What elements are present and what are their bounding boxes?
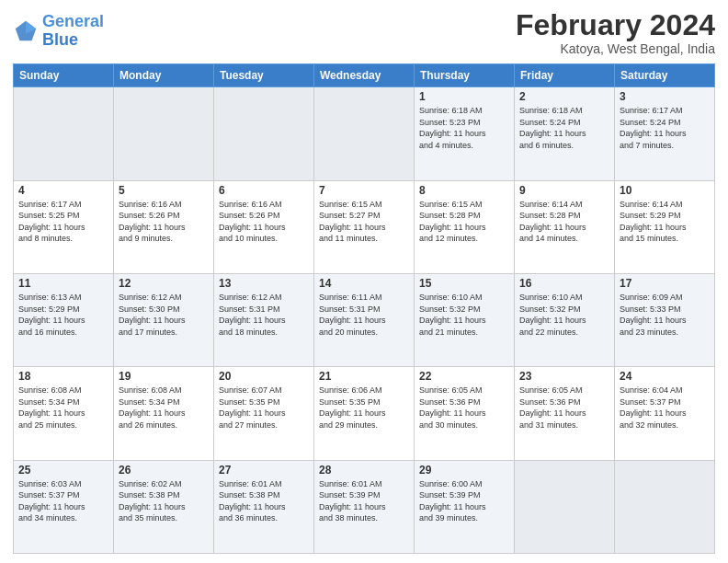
calendar-day-cell: 10Sunrise: 6:14 AM Sunset: 5:29 PM Dayli…: [615, 180, 715, 273]
weekday-header-sunday: Sunday: [14, 64, 114, 87]
day-number: 13: [219, 277, 309, 290]
calendar-day-cell: 3Sunrise: 6:17 AM Sunset: 5:24 PM Daylig…: [615, 87, 715, 180]
day-number: 25: [18, 464, 108, 477]
day-number: 22: [419, 370, 509, 383]
weekday-header-saturday: Saturday: [615, 64, 715, 87]
day-info: Sunrise: 6:05 AM Sunset: 5:36 PM Dayligh…: [419, 385, 509, 431]
calendar-day-cell: 5Sunrise: 6:16 AM Sunset: 5:26 PM Daylig…: [114, 180, 214, 273]
calendar-day-cell: 4Sunrise: 6:17 AM Sunset: 5:25 PM Daylig…: [14, 180, 114, 273]
calendar-day-cell: 2Sunrise: 6:18 AM Sunset: 5:24 PM Daylig…: [515, 87, 615, 180]
title-block: February 2024 Katoya, West Bengal, India: [516, 9, 715, 56]
calendar-day-cell: 13Sunrise: 6:12 AM Sunset: 5:31 PM Dayli…: [214, 273, 314, 366]
day-info: Sunrise: 6:15 AM Sunset: 5:28 PM Dayligh…: [419, 199, 509, 245]
calendar-week-row: 18Sunrise: 6:08 AM Sunset: 5:34 PM Dayli…: [14, 367, 715, 460]
day-info: Sunrise: 6:14 AM Sunset: 5:28 PM Dayligh…: [519, 199, 609, 245]
calendar-day-cell: 20Sunrise: 6:07 AM Sunset: 5:35 PM Dayli…: [214, 367, 314, 460]
day-info: Sunrise: 6:18 AM Sunset: 5:24 PM Dayligh…: [519, 105, 609, 151]
day-number: 1: [419, 90, 509, 103]
day-number: 24: [620, 370, 710, 383]
day-number: 3: [620, 90, 710, 103]
logo: General Blue: [13, 13, 104, 50]
month-year-title: February 2024: [516, 9, 715, 41]
calendar-day-cell: [14, 87, 114, 180]
weekday-header-friday: Friday: [515, 64, 615, 87]
calendar-day-cell: 16Sunrise: 6:10 AM Sunset: 5:32 PM Dayli…: [515, 273, 615, 366]
day-info: Sunrise: 6:18 AM Sunset: 5:23 PM Dayligh…: [419, 105, 509, 151]
day-info: Sunrise: 6:01 AM Sunset: 5:39 PM Dayligh…: [319, 478, 409, 524]
day-info: Sunrise: 6:09 AM Sunset: 5:33 PM Dayligh…: [620, 292, 710, 338]
calendar-day-cell: 23Sunrise: 6:05 AM Sunset: 5:36 PM Dayli…: [515, 367, 615, 460]
day-number: 6: [219, 184, 309, 197]
calendar-table: SundayMondayTuesdayWednesdayThursdayFrid…: [13, 63, 715, 554]
day-number: 26: [119, 464, 209, 477]
day-number: 7: [319, 184, 409, 197]
day-info: Sunrise: 6:15 AM Sunset: 5:27 PM Dayligh…: [319, 199, 409, 245]
calendar-day-cell: [314, 87, 415, 180]
weekday-header-thursday: Thursday: [415, 64, 515, 87]
day-info: Sunrise: 6:14 AM Sunset: 5:29 PM Dayligh…: [620, 199, 710, 245]
day-number: 27: [219, 464, 309, 477]
day-info: Sunrise: 6:05 AM Sunset: 5:36 PM Dayligh…: [519, 385, 609, 431]
day-number: 9: [519, 184, 609, 197]
calendar-week-row: 11Sunrise: 6:13 AM Sunset: 5:29 PM Dayli…: [14, 273, 715, 366]
header: General Blue February 2024 Katoya, West …: [13, 9, 715, 56]
day-number: 16: [519, 277, 609, 290]
day-number: 28: [319, 464, 409, 477]
calendar-day-cell: 28Sunrise: 6:01 AM Sunset: 5:39 PM Dayli…: [314, 460, 415, 553]
day-number: 17: [620, 277, 710, 290]
weekday-header-monday: Monday: [114, 64, 214, 87]
day-number: 8: [419, 184, 509, 197]
calendar-week-row: 1Sunrise: 6:18 AM Sunset: 5:23 PM Daylig…: [14, 87, 715, 180]
day-number: 21: [319, 370, 409, 383]
day-info: Sunrise: 6:10 AM Sunset: 5:32 PM Dayligh…: [519, 292, 609, 338]
day-info: Sunrise: 6:03 AM Sunset: 5:37 PM Dayligh…: [18, 478, 108, 524]
day-number: 2: [519, 90, 609, 103]
day-number: 4: [18, 184, 108, 197]
day-info: Sunrise: 6:12 AM Sunset: 5:31 PM Dayligh…: [219, 292, 309, 338]
day-info: Sunrise: 6:16 AM Sunset: 5:26 PM Dayligh…: [119, 199, 209, 245]
day-info: Sunrise: 6:13 AM Sunset: 5:29 PM Dayligh…: [18, 292, 108, 338]
calendar-day-cell: 18Sunrise: 6:08 AM Sunset: 5:34 PM Dayli…: [14, 367, 114, 460]
calendar-day-cell: 24Sunrise: 6:04 AM Sunset: 5:37 PM Dayli…: [615, 367, 715, 460]
logo-icon: [13, 18, 39, 44]
calendar-week-row: 25Sunrise: 6:03 AM Sunset: 5:37 PM Dayli…: [14, 460, 715, 553]
calendar-day-cell: 8Sunrise: 6:15 AM Sunset: 5:28 PM Daylig…: [415, 180, 515, 273]
calendar-day-cell: 21Sunrise: 6:06 AM Sunset: 5:35 PM Dayli…: [314, 367, 415, 460]
logo-blue: Blue: [42, 30, 78, 49]
logo-text: General Blue: [42, 13, 104, 50]
calendar-day-cell: 26Sunrise: 6:02 AM Sunset: 5:38 PM Dayli…: [114, 460, 214, 553]
calendar-day-cell: 7Sunrise: 6:15 AM Sunset: 5:27 PM Daylig…: [314, 180, 415, 273]
calendar-day-cell: 25Sunrise: 6:03 AM Sunset: 5:37 PM Dayli…: [14, 460, 114, 553]
day-number: 19: [119, 370, 209, 383]
weekday-header-tuesday: Tuesday: [214, 64, 314, 87]
calendar-day-cell: [515, 460, 615, 553]
day-number: 5: [119, 184, 209, 197]
calendar-day-cell: 19Sunrise: 6:08 AM Sunset: 5:34 PM Dayli…: [114, 367, 214, 460]
day-info: Sunrise: 6:12 AM Sunset: 5:30 PM Dayligh…: [119, 292, 209, 338]
day-number: 20: [219, 370, 309, 383]
calendar-day-cell: 15Sunrise: 6:10 AM Sunset: 5:32 PM Dayli…: [415, 273, 515, 366]
calendar-day-cell: 17Sunrise: 6:09 AM Sunset: 5:33 PM Dayli…: [615, 273, 715, 366]
calendar-week-row: 4Sunrise: 6:17 AM Sunset: 5:25 PM Daylig…: [14, 180, 715, 273]
day-info: Sunrise: 6:07 AM Sunset: 5:35 PM Dayligh…: [219, 385, 309, 431]
calendar-day-cell: [214, 87, 314, 180]
calendar-day-cell: 14Sunrise: 6:11 AM Sunset: 5:31 PM Dayli…: [314, 273, 415, 366]
day-info: Sunrise: 6:17 AM Sunset: 5:25 PM Dayligh…: [18, 199, 108, 245]
calendar-day-cell: 9Sunrise: 6:14 AM Sunset: 5:28 PM Daylig…: [515, 180, 615, 273]
day-number: 11: [18, 277, 108, 290]
calendar-day-cell: 22Sunrise: 6:05 AM Sunset: 5:36 PM Dayli…: [415, 367, 515, 460]
day-number: 29: [419, 464, 509, 477]
calendar-day-cell: 6Sunrise: 6:16 AM Sunset: 5:26 PM Daylig…: [214, 180, 314, 273]
weekday-header-row: SundayMondayTuesdayWednesdayThursdayFrid…: [14, 64, 715, 87]
logo-general: General: [42, 12, 104, 30]
calendar-day-cell: [114, 87, 214, 180]
day-info: Sunrise: 6:04 AM Sunset: 5:37 PM Dayligh…: [620, 385, 710, 431]
day-info: Sunrise: 6:00 AM Sunset: 5:39 PM Dayligh…: [419, 478, 509, 524]
day-number: 15: [419, 277, 509, 290]
location-subtitle: Katoya, West Bengal, India: [516, 41, 715, 56]
calendar-day-cell: 1Sunrise: 6:18 AM Sunset: 5:23 PM Daylig…: [415, 87, 515, 180]
day-info: Sunrise: 6:11 AM Sunset: 5:31 PM Dayligh…: [319, 292, 409, 338]
calendar-day-cell: 29Sunrise: 6:00 AM Sunset: 5:39 PM Dayli…: [415, 460, 515, 553]
day-number: 12: [119, 277, 209, 290]
day-number: 23: [519, 370, 609, 383]
